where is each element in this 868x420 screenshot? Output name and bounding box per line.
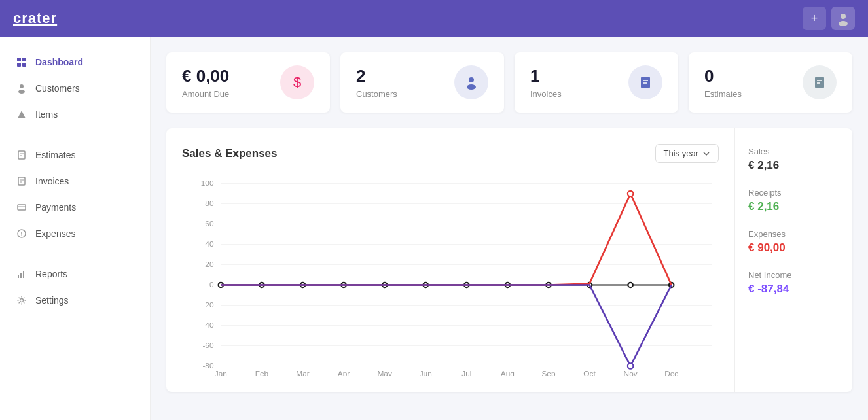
chart-section: Sales & Expenses This year .g [166,128,852,392]
svg-text:80: 80 [205,199,213,207]
sidebar: Dashboard Customers Items [0,37,151,420]
cs-net-income: Net Income € -87,84 [748,270,839,296]
expenses-icon [16,228,27,239]
svg-point-6 [20,84,24,88]
chart-stats-panel: Sales € 2,16 Receipts € 2,16 Expenses € … [734,128,852,392]
svg-point-23 [20,299,24,302]
svg-text:-80: -80 [202,361,213,370]
sidebar-item-payments-label: Payments [35,202,76,213]
cs-expenses-value: € 90,00 [748,241,839,254]
svg-text:-20: -20 [202,300,213,309]
reports-icon [16,268,27,280]
stat-icon-estimates [803,65,837,99]
svg-text:Nov: Nov [624,369,638,376]
app-body: Dashboard Customers Items [0,37,868,420]
svg-text:20: 20 [205,260,213,268]
cs-net-income-label: Net Income [748,270,839,280]
svg-rect-9 [18,151,25,159]
svg-rect-15 [18,205,26,210]
sidebar-item-reports[interactable]: Reports [0,262,150,287]
sidebar-item-payments[interactable]: Payments [0,195,150,220]
chart-header: Sales & Expenses This year [182,144,719,163]
sidebar-item-estimates[interactable]: Estimates [0,143,150,167]
stat-label-amount-due: Amount Due [182,89,229,99]
svg-rect-2 [17,58,21,61]
svg-point-25 [467,84,476,90]
svg-point-19 [21,234,22,236]
sidebar-item-dashboard-label: Dashboard [35,57,83,67]
svg-text:Sep: Sep [541,369,555,376]
sidebar-item-expenses[interactable]: Expenses [0,221,150,246]
stat-value-customers: 2 [356,66,397,86]
chart-filter-dropdown[interactable]: This year [655,144,719,163]
cs-receipts-label: Receipts [748,188,839,198]
svg-rect-5 [22,63,26,67]
stat-value-estimates: 0 [704,66,742,86]
svg-point-75 [628,283,633,287]
sidebar-item-items[interactable]: Items [0,102,150,127]
cs-sales-value: € 2,16 [748,159,839,172]
stat-icon-amount-due: $ [280,65,314,99]
stats-row: € 0,00 Amount Due $ 2 Customers [166,52,852,113]
svg-rect-4 [17,63,21,67]
chart-canvas: .grid-line { stroke: #e8e8e8; stroke-wid… [182,173,719,376]
settings-icon [16,294,27,306]
svg-text:-40: -40 [202,321,213,329]
sidebar-item-settings-label: Settings [35,295,69,306]
svg-point-77 [628,191,634,196]
svg-text:Jul: Jul [461,369,471,376]
avatar-icon [836,11,850,26]
sidebar-item-invoices[interactable]: Invoices [0,169,150,194]
cs-expenses: Expenses € 90,00 [748,229,839,254]
avatar-button[interactable] [831,7,855,30]
sidebar-item-settings[interactable]: Settings [0,288,150,313]
svg-text:Feb: Feb [255,369,268,376]
payments-icon [16,201,27,213]
cs-sales: Sales € 2,16 [748,147,839,172]
svg-point-7 [18,90,25,94]
sidebar-item-customers-label: Customers [35,83,80,94]
stat-card-customers: 2 Customers [340,52,504,113]
svg-point-0 [841,14,846,19]
svg-rect-20 [18,275,19,278]
svg-text:Apr: Apr [338,369,350,376]
cs-receipts: Receipts € 2,16 [748,188,839,213]
invoices-icon [16,175,27,187]
svg-rect-22 [23,271,24,278]
svg-marker-8 [18,111,26,118]
cs-receipts-value: € 2,16 [748,200,839,213]
sidebar-item-estimates-label: Estimates [35,150,75,160]
svg-text:40: 40 [205,239,213,248]
stat-icon-customers [454,65,488,99]
sidebar-item-reports-label: Reports [35,269,67,279]
estimates-icon [16,149,27,161]
svg-point-78 [628,363,634,368]
svg-rect-21 [20,273,22,278]
stat-label-estimates: Estimates [704,89,742,99]
svg-rect-12 [18,177,25,185]
svg-text:Mar: Mar [296,369,310,376]
sidebar-item-items-label: Items [35,109,58,120]
cs-net-income-value: € -87,84 [748,283,839,296]
stat-label-invoices: Invoices [530,89,562,99]
sidebar-item-invoices-label: Invoices [35,176,69,186]
main-content: € 0,00 Amount Due $ 2 Customers [151,37,868,420]
svg-text:Oct: Oct [583,369,596,376]
sidebar-item-customers[interactable]: Customers [0,76,150,101]
chart-title: Sales & Expenses [182,147,278,160]
svg-text:-60: -60 [202,341,213,349]
svg-text:Dec: Dec [664,369,678,376]
customers-icon [16,82,27,94]
svg-point-24 [469,77,474,82]
svg-text:May: May [377,369,392,376]
stat-value-invoices: 1 [530,66,562,86]
svg-text:Aug: Aug [501,369,515,376]
app-header: crater + [0,0,868,37]
add-button[interactable]: + [803,7,826,30]
stat-label-customers: Customers [356,89,397,99]
sidebar-item-dashboard[interactable]: Dashboard [0,50,150,75]
svg-text:Jan: Jan [215,369,227,376]
chart-area: Sales & Expenses This year .g [166,128,734,392]
svg-text:0: 0 [209,280,214,289]
dashboard-icon [16,56,27,68]
